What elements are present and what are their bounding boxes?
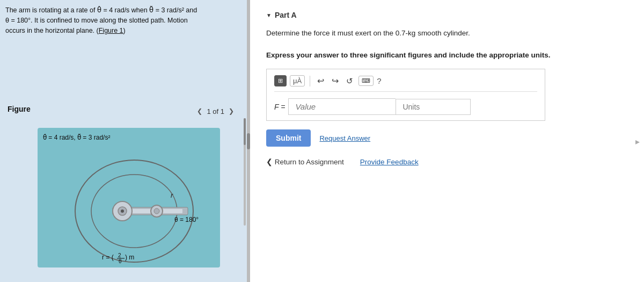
- action-row: Submit Request Answer: [266, 129, 628, 147]
- right-panel: ▼ Part A Determine the force it must exe…: [250, 0, 644, 282]
- svg-rect-0: [38, 128, 220, 267]
- bottom-row: Return to Assignment Provide Feedback: [266, 157, 628, 166]
- refresh-button[interactable]: ↺: [344, 75, 355, 87]
- figure-diagram: θ̇ = 4 rad/s, θ̈ = 3 rad/s² r θ = 1: [38, 128, 220, 267]
- problem-line2: θ = 180°. It is confined to move along t…: [5, 17, 188, 24]
- matrix-button[interactable]: ⊞: [274, 75, 287, 86]
- part-header: ▼ Part A: [266, 11, 628, 19]
- figure-next-button[interactable]: ❯: [226, 106, 236, 116]
- request-answer-link[interactable]: Request Answer: [319, 134, 370, 142]
- svg-text:θ̇ = 4 rad/s, θ̈ = 3 rad/s²: θ̇ = 4 rad/s, θ̈ = 3 rad/s²: [43, 134, 110, 141]
- submit-button[interactable]: Submit: [266, 129, 311, 147]
- problem-line1: The arm is rotating at a rate of θ̇ = 4 …: [5, 6, 197, 14]
- figure-prev-button[interactable]: ❮: [195, 106, 204, 116]
- undo-icon: ↩: [317, 76, 324, 85]
- figure-area: θ̇ = 4 rad/s, θ̈ = 3 rad/s² r θ = 1: [21, 118, 236, 277]
- redo-button[interactable]: ↪: [330, 75, 341, 87]
- toolbar-separator: [310, 76, 310, 86]
- problem-line3: occurs in the horizontal plane. (Figure …: [5, 27, 126, 34]
- input-row: F =: [274, 98, 537, 115]
- undo-button[interactable]: ↩: [315, 75, 326, 87]
- keyboard-icon: ⌨: [362, 77, 370, 84]
- svg-text:θ: θ: [119, 258, 122, 264]
- return-to-assignment-link[interactable]: Return to Assignment: [266, 157, 344, 166]
- svg-text:2: 2: [118, 252, 121, 258]
- left-panel: The arm is rotating at a rate of θ̇ = 4 …: [0, 0, 247, 282]
- refresh-icon: ↺: [346, 76, 353, 85]
- svg-text:r: r: [171, 191, 173, 199]
- problem-text: The arm is rotating at a rate of θ̇ = 4 …: [5, 5, 241, 35]
- matrix-icon: ⊞: [278, 77, 283, 84]
- units-input[interactable]: [396, 99, 471, 115]
- question-text: Determine the force it must exert on the…: [266, 29, 628, 37]
- keyboard-button[interactable]: ⌨: [358, 76, 374, 86]
- svg-point-8: [121, 209, 124, 213]
- figure-nav-text: 1 of 1: [207, 107, 224, 115]
- figure-nav: ❮ 1 of 1 ❯: [195, 106, 236, 116]
- mu-button[interactable]: μÀ: [290, 75, 305, 86]
- svg-point-10: [154, 208, 159, 214]
- part-label: Part A: [275, 11, 297, 19]
- right-edge-arrow[interactable]: ▸: [635, 136, 640, 146]
- help-icon: ?: [377, 76, 381, 85]
- scrollbar-thumb[interactable]: [244, 118, 246, 145]
- answer-box: ⊞ μÀ ↩ ↪ ↺ ⌨ ? F =: [266, 69, 545, 121]
- figure-label: Figure: [8, 105, 31, 113]
- svg-text:) m: ) m: [125, 254, 134, 261]
- svg-text:r = (: r = (: [102, 254, 114, 261]
- collapse-triangle[interactable]: ▼: [266, 12, 272, 18]
- answer-toolbar: ⊞ μÀ ↩ ↪ ↺ ⌨ ?: [274, 75, 537, 92]
- value-input[interactable]: [288, 98, 396, 115]
- svg-text:θ = 180°: θ = 180°: [174, 216, 199, 223]
- scrollbar-track: [244, 118, 246, 226]
- express-text: Express your answer to three significant…: [266, 51, 628, 59]
- redo-icon: ↪: [332, 76, 339, 85]
- f-label: F =: [274, 103, 285, 111]
- mu-label: μÀ: [293, 77, 302, 85]
- provide-feedback-link[interactable]: Provide Feedback: [360, 158, 419, 166]
- help-button[interactable]: ?: [377, 76, 381, 85]
